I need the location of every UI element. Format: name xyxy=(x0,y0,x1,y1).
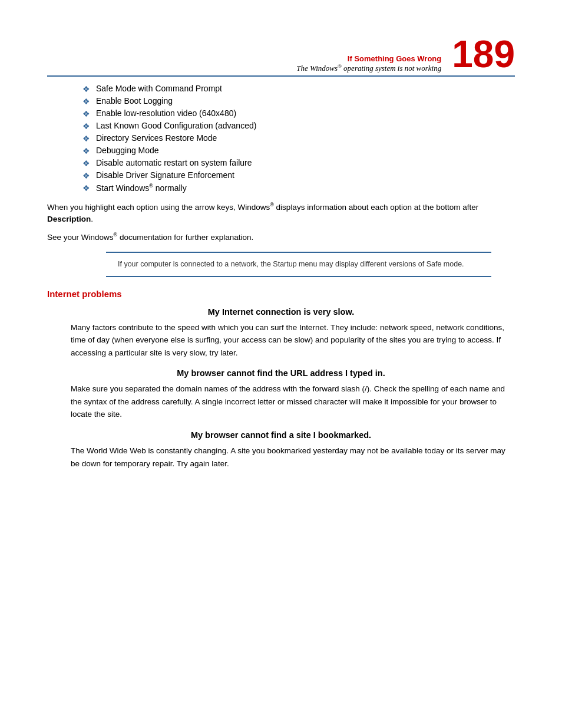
list-item-text: Enable low-resolution video (640x480) xyxy=(96,108,236,118)
list-item: ❖ Enable Boot Logging xyxy=(82,96,515,106)
diamond-icon: ❖ xyxy=(82,97,90,106)
list-item-text: Start Windows® normally xyxy=(96,183,187,193)
subsection-bookmark-not-found: My browser cannot find a site I bookmark… xyxy=(47,430,515,470)
subtitle-sup: ® xyxy=(338,63,342,69)
section-heading: Internet problems xyxy=(47,289,515,299)
list-item-text: Safe Mode with Command Prompt xyxy=(96,84,222,93)
header-subtitle: The Windows® operating system is not wor… xyxy=(296,63,441,73)
diamond-icon: ❖ xyxy=(82,146,90,156)
top-rule xyxy=(47,75,515,77)
list-item: ❖ Disable automatic restart on system fa… xyxy=(82,158,515,168)
note-box: If your computer is connected to a netwo… xyxy=(106,252,491,277)
diamond-icon: ❖ xyxy=(82,171,90,180)
description-paragraph: When you highlight each option using the… xyxy=(47,201,515,225)
list-item: ❖ Debugging Mode xyxy=(82,146,515,156)
subsection-para-1: Many factors contribute to the speed wit… xyxy=(71,321,515,360)
diamond-icon: ❖ xyxy=(82,109,90,118)
page-container: If Something Goes Wrong The Windows® ope… xyxy=(0,0,562,728)
diamond-icon: ❖ xyxy=(82,159,90,168)
list-item-text: Last Known Good Configuration (advanced) xyxy=(96,121,256,130)
subsection-heading-2: My browser cannot find the URL address I… xyxy=(47,368,515,378)
bullet-list: ❖ Safe Mode with Command Prompt ❖ Enable… xyxy=(82,84,515,193)
diamond-icon: ❖ xyxy=(82,84,90,94)
internet-problems-section: Internet problems My Internet connection… xyxy=(47,289,515,470)
list-item-text: Disable automatic restart on system fail… xyxy=(96,158,252,167)
list-item: ❖ Safe Mode with Command Prompt xyxy=(82,84,515,94)
subsection-url-not-found: My browser cannot find the URL address I… xyxy=(47,368,515,421)
list-item-text: Debugging Mode xyxy=(96,146,159,155)
header-title-block: If Something Goes Wrong The Windows® ope… xyxy=(296,54,441,73)
list-item-text: Disable Driver Signature Enforcement xyxy=(96,170,234,180)
subsection-slow-connection: My Internet connection is very slow. Man… xyxy=(47,307,515,360)
subsection-para-3: The World Wide Web is constantly changin… xyxy=(71,444,515,470)
diamond-icon: ❖ xyxy=(82,134,90,143)
note-text: If your computer is connected to a netwo… xyxy=(118,260,464,268)
subtitle-text-2: operating system is not working xyxy=(342,64,441,73)
subtitle-text-1: The Windows xyxy=(296,64,338,73)
diamond-icon: ❖ xyxy=(82,183,90,193)
page-header: If Something Goes Wrong The Windows® ope… xyxy=(47,35,515,73)
subsection-heading-1: My Internet connection is very slow. xyxy=(47,307,515,317)
diamond-icon: ❖ xyxy=(82,121,90,131)
subsection-para-2: Make sure you separated the domain names… xyxy=(71,383,515,421)
subsection-heading-3: My browser cannot find a site I bookmark… xyxy=(47,430,515,440)
list-item-text: Directory Services Restore Mode xyxy=(96,133,217,143)
chapter-title: If Something Goes Wrong xyxy=(296,54,441,63)
list-item: ❖ Start Windows® normally xyxy=(82,183,515,193)
list-item-text: Enable Boot Logging xyxy=(96,96,173,106)
see-also-paragraph: See your Windows® documentation for furt… xyxy=(47,231,515,243)
list-item: ❖ Disable Driver Signature Enforcement xyxy=(82,170,515,180)
description-bold: Description xyxy=(47,215,91,223)
list-item: ❖ Enable low-resolution video (640x480) xyxy=(82,108,515,118)
list-item: ❖ Directory Services Restore Mode xyxy=(82,133,515,143)
list-item: ❖ Last Known Good Configuration (advance… xyxy=(82,121,515,131)
page-number: 189 xyxy=(452,35,515,73)
